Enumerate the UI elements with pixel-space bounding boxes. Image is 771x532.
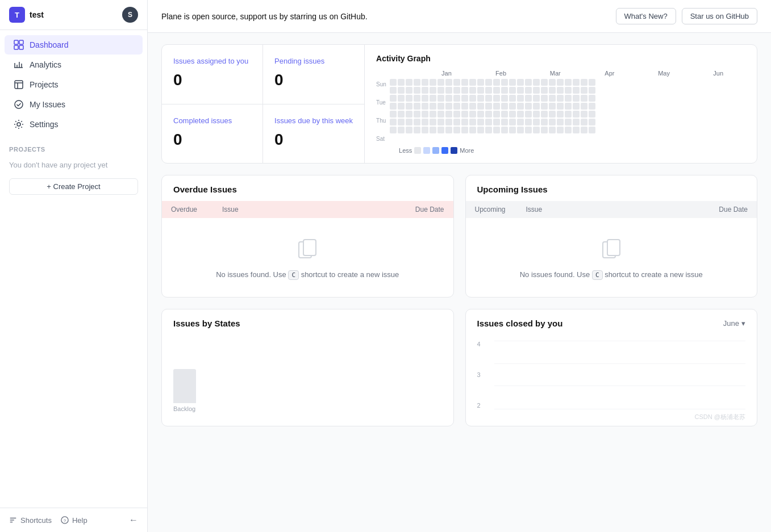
day-sun: Sun [376, 80, 386, 88]
graph-col [430, 79, 436, 143]
month-selector[interactable]: June ▾ [723, 319, 745, 328]
shortcuts-button[interactable]: Shortcuts [9, 516, 52, 525]
create-project-button[interactable]: + Create Project [9, 178, 138, 195]
stat-assigned: Issues assigned to you 0 [162, 45, 263, 104]
graph-cell [406, 79, 412, 86]
graph-cell [406, 87, 412, 94]
shortcuts-icon [9, 516, 17, 524]
graph-cell [533, 127, 540, 133]
graph-cell [541, 127, 548, 133]
graph-cell [469, 95, 476, 102]
y-label-4: 4 [477, 341, 481, 347]
graph-cell [541, 95, 548, 102]
help-button[interactable]: ? Help [61, 516, 87, 525]
sidebar-item-settings[interactable]: Settings [5, 115, 143, 134]
graph-cell [406, 119, 412, 125]
graph-cell [477, 103, 484, 110]
graph-cell [422, 103, 428, 110]
sidebar-item-projects[interactable]: Projects [5, 75, 143, 94]
graph-cell [477, 111, 484, 118]
month-jan: Jan [419, 70, 474, 77]
graph-cell [453, 103, 460, 110]
graph-cell [533, 119, 540, 125]
graph-cell [557, 127, 564, 133]
graph-cell [437, 111, 444, 118]
graph-cell [509, 87, 516, 94]
month-apr: Apr [582, 70, 637, 77]
graph-cell [461, 111, 468, 118]
graph-col [477, 79, 484, 143]
day-labels: Sun Tue Thu Sat [376, 79, 386, 143]
chevron-down-icon: ▾ [741, 319, 745, 328]
graph-cell [485, 87, 492, 94]
graph-cell [398, 87, 405, 94]
graph-cell [493, 111, 500, 118]
upcoming-shortcut-key: C [592, 270, 603, 280]
upcoming-title: Upcoming Issues [466, 175, 757, 201]
states-chart-area: Backlog [162, 335, 453, 424]
graph-cell [398, 111, 405, 118]
y-label-3: 3 [477, 371, 481, 378]
user-avatar[interactable]: S [122, 7, 138, 23]
graph-cell [414, 87, 420, 94]
back-arrow-button[interactable]: ← [129, 515, 138, 525]
svg-rect-3 [19, 45, 23, 49]
graph-cell [573, 95, 580, 102]
graph-cell [390, 103, 397, 110]
day-thu: Thu [376, 116, 386, 124]
graph-cell [525, 79, 532, 86]
graph-cell [461, 103, 468, 110]
graph-cell [557, 111, 564, 118]
graph-cell [422, 111, 428, 118]
graph-cell [541, 119, 548, 125]
month-feb: Feb [474, 70, 528, 77]
graph-cell [509, 95, 516, 102]
legend-box-0 [414, 147, 421, 154]
activity-graph: Jan Feb Mar Apr May Jun Sun Tue T [376, 70, 745, 154]
graph-cell [565, 87, 572, 94]
graph-col [509, 79, 516, 143]
graph-cell [422, 95, 428, 102]
svg-text:?: ? [64, 518, 66, 523]
graph-cell [541, 87, 548, 94]
stats-grid: Issues assigned to you 0 Pending issues … [162, 45, 365, 163]
whats-new-button[interactable]: What's New? [616, 8, 676, 24]
workspace-name: test [30, 10, 44, 19]
graph-grid [390, 79, 745, 143]
graph-legend: Less More [399, 147, 745, 154]
graph-cell [437, 103, 444, 110]
graph-cell [501, 87, 508, 94]
graph-cell [549, 95, 556, 102]
closed-card: Issues closed by you June ▾ 4 3 2 [465, 309, 758, 426]
stat-completed-value: 0 [173, 131, 251, 149]
graph-cell [517, 87, 524, 94]
graph-cell [422, 119, 428, 125]
sidebar-item-dashboard[interactable]: Dashboard [5, 35, 143, 55]
analytics-label: Analytics [30, 60, 61, 69]
graph-cell [477, 95, 484, 102]
graph-cell [525, 103, 532, 110]
analytics-icon [14, 60, 24, 70]
star-github-button[interactable]: Star us on GitHub [682, 8, 757, 24]
stat-pending-value: 0 [274, 71, 353, 89]
sidebar-item-my-issues[interactable]: My Issues [5, 95, 143, 114]
graph-cell [533, 111, 540, 118]
graph-cell [549, 79, 556, 86]
sidebar-item-analytics[interactable]: Analytics [5, 55, 143, 74]
graph-cell [501, 127, 508, 133]
graph-cell [589, 119, 595, 125]
workspace-info[interactable]: T test [9, 7, 44, 23]
graph-cell [461, 127, 468, 133]
graph-cell [549, 119, 556, 125]
graph-cell [469, 111, 476, 118]
my-issues-label: My Issues [30, 100, 65, 109]
stat-pending-label: Pending issues [274, 56, 353, 66]
issues-row: Overdue Issues Overdue Issue Due Date No… [161, 175, 757, 298]
graph-cell [589, 103, 595, 110]
stat-completed-label: Completed issues [173, 116, 251, 126]
top-stats-card: Issues assigned to you 0 Pending issues … [161, 44, 757, 164]
graph-cell [501, 111, 508, 118]
graph-cell [549, 111, 556, 118]
graph-cell [589, 111, 595, 118]
graph-cell [589, 127, 595, 133]
